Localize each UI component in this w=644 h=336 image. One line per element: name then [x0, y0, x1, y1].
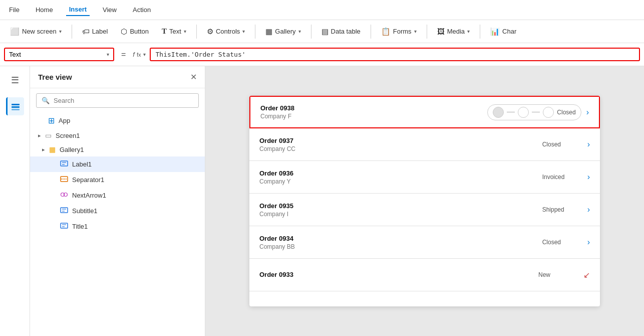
toolbar-separator-6 — [427, 25, 427, 39]
svg-rect-2 — [12, 109, 20, 110]
tree-item-subtitle1[interactable]: Subtitle1 — [30, 203, 205, 219]
item-info-4: Order 0934 Company BB — [259, 235, 542, 250]
tree-item-nextarrow1[interactable]: NextArrow1 — [30, 188, 205, 203]
gallery-item-2[interactable]: Order 0936 Company Y Invoiced › — [249, 161, 600, 194]
fx-label: f fx ▾ — [133, 51, 145, 58]
menu-action[interactable]: Action — [130, 4, 154, 16]
property-selector[interactable]: Text ▾ — [4, 48, 114, 61]
item-info-3: Order 0935 Company I — [259, 202, 542, 218]
label-icon: 🏷 — [82, 27, 90, 36]
tree-item-app[interactable]: ⊞ App — [30, 113, 205, 128]
menu-insert[interactable]: Insert — [66, 4, 90, 16]
tree-item-screen1[interactable]: ▸ ▭ Screen1 — [30, 128, 205, 142]
sep1-label: Separator1 — [72, 176, 104, 184]
fx-icon: f — [133, 51, 135, 58]
screen1-icon: ▭ — [45, 131, 52, 139]
screen1-label: Screen1 — [56, 132, 80, 139]
formula-input[interactable] — [150, 48, 640, 61]
media-icon: 🖼 — [437, 27, 445, 36]
menu-file[interactable]: File — [6, 4, 23, 16]
app-label: App — [59, 117, 70, 124]
main-area: ☰ Tree view ✕ 🔍 ⊞ App — [0, 66, 644, 336]
text-icon: T — [162, 27, 167, 36]
item-company-4: Company BB — [259, 243, 542, 250]
menu-home[interactable]: Home — [33, 4, 56, 16]
media-chevron: ▾ — [467, 29, 470, 34]
item-title-3: Order 0935 — [259, 202, 542, 210]
subtitle1-label: Subtitle1 — [72, 207, 98, 215]
label-label: Label — [92, 28, 108, 35]
svg-rect-11 — [61, 208, 68, 213]
tree-item-label1[interactable]: Label1 — [30, 156, 205, 172]
tree-header: Tree view ✕ — [30, 66, 205, 88]
item-arrow-4: › — [587, 238, 590, 247]
new-screen-icon: ⬜ — [10, 27, 20, 36]
gallery-chevron: ▾ — [298, 29, 301, 34]
media-button[interactable]: 🖼 Media ▾ — [432, 25, 475, 38]
title1-label: Title1 — [72, 223, 88, 230]
tree-items: ⊞ App ▸ ▭ Screen1 ▸ ▦ Gallery1 L — [30, 113, 205, 336]
item-status-0: Closed — [487, 104, 581, 120]
forms-chevron: ▾ — [414, 29, 417, 34]
item-company-3: Company I — [259, 211, 542, 218]
new-screen-button[interactable]: ⬜ New screen ▾ — [5, 25, 67, 39]
subtitle1-icon — [60, 206, 68, 216]
item-status-3: Shipped — [542, 206, 582, 213]
tree-item-separator1[interactable]: Separator1 — [30, 172, 205, 188]
fx-text: fx — [137, 52, 141, 58]
item-company-0: Company F — [260, 113, 487, 120]
gallery-button[interactable]: ▦ Gallery ▾ — [260, 25, 305, 39]
toolbar-separator-7 — [480, 25, 480, 39]
controls-label: Controls — [216, 28, 240, 35]
data-table-label: Data table — [331, 28, 361, 35]
svg-rect-1 — [12, 106, 20, 108]
pill-2 — [518, 107, 529, 118]
item-title-5: Order 0933 — [259, 271, 538, 278]
button-label: Button — [130, 28, 149, 35]
tree-panel: Tree view ✕ 🔍 ⊞ App ▸ ▭ Screen1 ▸ ▦ — [30, 66, 205, 336]
tree-item-title1[interactable]: Title1 — [30, 219, 205, 234]
gallery1-icon: ▦ — [49, 145, 56, 153]
canvas-area: Order 0938 Company F Closed › — [205, 66, 644, 336]
tree-item-gallery1[interactable]: ▸ ▦ Gallery1 — [30, 142, 205, 156]
chart-button[interactable]: 📊 Char — [485, 25, 521, 39]
tree-close-button[interactable]: ✕ — [190, 72, 197, 82]
left-sidebar: ☰ — [0, 66, 30, 336]
gallery-icon: ▦ — [265, 27, 272, 36]
item-arrow-2: › — [587, 173, 590, 182]
item-company-2: Company Y — [259, 178, 542, 185]
gallery-item-4[interactable]: Order 0934 Company BB Closed › — [249, 226, 600, 259]
button-button[interactable]: ⬡ Button — [116, 25, 154, 39]
controls-button[interactable]: ⚙ Controls ▾ — [202, 25, 250, 39]
toolbar-separator-1 — [72, 25, 72, 39]
gallery-label: Gallery — [275, 28, 295, 35]
gallery-item-0[interactable]: Order 0938 Company F Closed › — [249, 96, 600, 128]
item-info-1: Order 0937 Company CC — [259, 137, 542, 152]
item-arrow-0: › — [586, 108, 589, 117]
equals-sign: = — [121, 50, 126, 59]
tree-title: Tree view — [38, 73, 72, 81]
svg-rect-14 — [61, 223, 68, 228]
label-button[interactable]: 🏷 Label — [77, 25, 113, 38]
text-label: Text — [169, 28, 181, 35]
search-input[interactable] — [54, 97, 193, 104]
selector-chevron: ▾ — [107, 52, 109, 57]
text-button[interactable]: T Text ▾ — [157, 25, 191, 38]
data-table-icon: ▤ — [321, 27, 329, 36]
gallery-item-5[interactable]: Order 0933 New ↙ — [249, 259, 600, 291]
menu-view[interactable]: View — [100, 4, 120, 16]
property-selector-label: Text — [9, 51, 21, 58]
forms-button[interactable]: 📋 Forms ▾ — [376, 25, 422, 39]
gallery-item-1[interactable]: Order 0937 Company CC Closed › — [249, 128, 600, 161]
gallery-item-3[interactable]: Order 0935 Company I Shipped › — [249, 194, 600, 226]
toolbar: ⬜ New screen ▾ 🏷 Label ⬡ Button T Text ▾… — [0, 20, 644, 43]
data-table-button[interactable]: ▤ Data table — [316, 25, 366, 39]
chart-icon: 📊 — [490, 27, 500, 36]
media-label: Media — [447, 28, 465, 35]
chart-label: Char — [502, 28, 516, 35]
forms-icon: 📋 — [381, 27, 391, 36]
hamburger-icon[interactable]: ☰ — [6, 71, 24, 89]
tree-search-bar[interactable]: 🔍 — [36, 93, 199, 108]
layers-icon[interactable] — [6, 97, 24, 115]
item-title-0: Order 0938 — [260, 104, 487, 112]
